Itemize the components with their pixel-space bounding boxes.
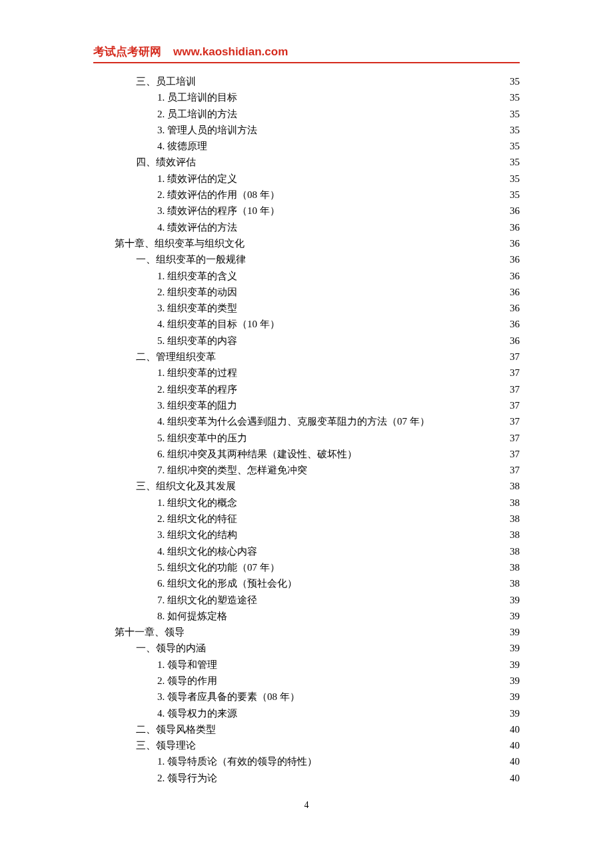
toc-row: 1. 领导和管理39 [93, 657, 520, 673]
toc-dots [185, 625, 508, 635]
toc-entry-title: 二、领导风格类型 [136, 721, 216, 737]
toc-row: 4. 组织变革为什么会遇到阻力、克服变革阻力的方法（07 年）37 [93, 413, 520, 429]
toc-dots [237, 366, 508, 376]
toc-entry-page: 40 [508, 770, 520, 786]
toc-dots [217, 771, 508, 781]
toc-row: 5. 组织文化的功能（07 年）38 [93, 559, 520, 575]
toc-entry-page: 37 [508, 397, 520, 413]
toc-entry-page: 36 [508, 284, 520, 300]
toc-entry-title: 1. 组织变革的含义 [157, 268, 237, 284]
toc-entry-page: 35 [508, 138, 520, 154]
toc-dots [237, 512, 508, 522]
toc-entry-title: 四、绩效评估 [136, 154, 196, 170]
toc-entry-title: 8. 如何提炼定格 [157, 608, 227, 624]
toc-entry-title: 第十章、组织变革与组织文化 [115, 235, 245, 251]
toc-entry-title: 第十一章、领导 [115, 624, 185, 640]
toc-dots [237, 707, 508, 717]
toc-row: 1. 员工培训的目标35 [93, 89, 520, 105]
toc-entry-page: 36 [508, 300, 520, 316]
toc-entry-page: 37 [508, 349, 520, 365]
toc-entry-title: 2. 员工培训的方法 [157, 106, 237, 122]
toc-row: 7. 组织文化的塑造途径39 [93, 592, 520, 608]
toc-dots [196, 739, 508, 749]
toc-row: 2. 绩效评估的作用（08 年）35 [93, 187, 520, 203]
toc-row: 2. 领导的作用39 [93, 673, 520, 689]
toc-row: 三、组织文化及其发展38 [93, 478, 520, 494]
toc-dots [217, 674, 508, 684]
toc-entry-page: 38 [508, 495, 520, 511]
toc-row: 3. 组织变革的类型36 [93, 300, 520, 316]
toc-dots [280, 188, 508, 198]
toc-entry-page: 39 [508, 640, 520, 656]
toc-row: 一、组织变革的一般规律36 [93, 251, 520, 267]
toc-row: 3. 管理人员的培训方法35 [93, 122, 520, 138]
toc-entry-title: 三、员工培训 [136, 73, 196, 89]
toc-dots [257, 123, 508, 133]
toc-entry-page: 38 [508, 543, 520, 559]
toc-entry-title: 2. 组织文化的特征 [157, 511, 237, 527]
toc-entry-page: 38 [508, 575, 520, 591]
toc-row: 5. 组织变革中的压力37 [93, 430, 520, 446]
toc-row: 6. 组织文化的形成（预社会化）38 [93, 575, 520, 591]
toc-entry-page: 35 [508, 154, 520, 170]
toc-row: 2. 组织变革的动因36 [93, 284, 520, 300]
toc-dots [237, 528, 508, 538]
toc-dots [217, 658, 508, 668]
toc-entry-page: 35 [508, 89, 520, 105]
toc-dots [237, 107, 508, 117]
toc-dots [227, 609, 508, 619]
toc-dots [237, 399, 508, 409]
toc-row: 第十一章、领导39 [93, 624, 520, 640]
toc-entry-page: 39 [508, 624, 520, 640]
toc-dots [196, 155, 508, 165]
toc-entry-title: 3. 组织变革的阻力 [157, 397, 237, 413]
toc-dots [216, 350, 508, 360]
toc-entry-title: 5. 组织文化的功能（07 年） [157, 559, 280, 575]
toc-entry-page: 37 [508, 413, 520, 429]
toc-row: 一、领导的内涵39 [93, 640, 520, 656]
toc-row: 8. 如何提炼定格39 [93, 608, 520, 624]
toc-entry-title: 1. 领导特质论（有效的领导的特性） [157, 753, 317, 769]
toc-entry-title: 3. 绩效评估的程序（10 年） [157, 203, 280, 219]
toc-entry-page: 37 [508, 365, 520, 381]
toc-entry-title: 5. 组织变革中的压力 [157, 430, 247, 446]
toc-entry-page: 39 [508, 657, 520, 673]
toc-entry-page: 39 [508, 705, 520, 721]
toc-row: 6. 组织冲突及其两种结果（建设性、破坏性）37 [93, 446, 520, 462]
toc-entry-page: 39 [508, 592, 520, 608]
toc-row: 第十章、组织变革与组织文化36 [93, 235, 520, 251]
toc-dots [216, 723, 508, 733]
site-name: 考试点考研网 [93, 44, 161, 59]
toc-row: 3. 领导者应具备的要素（08 年）39 [93, 689, 520, 705]
toc-entry-page: 35 [508, 106, 520, 122]
toc-entry-title: 4. 组织变革的目标（10 年） [157, 316, 280, 332]
toc-entry-title: 4. 彼德原理 [157, 138, 207, 154]
toc-dots [247, 431, 508, 441]
toc-entry-title: 1. 组织变革的过程 [157, 365, 237, 381]
toc-entry-page: 38 [508, 527, 520, 543]
table-of-contents: 三、员工培训351. 员工培训的目标352. 员工培训的方法353. 管理人员的… [93, 73, 520, 786]
toc-entry-page: 38 [508, 511, 520, 527]
toc-row: 二、管理组织变革37 [93, 349, 520, 365]
toc-entry-title: 4. 组织变革为什么会遇到阻力、克服变革阻力的方法（07 年） [157, 413, 430, 429]
toc-dots [236, 479, 508, 489]
toc-entry-title: 6. 组织冲突及其两种结果（建设性、破坏性） [157, 446, 357, 462]
toc-dots [280, 561, 508, 571]
toc-row: 2. 组织变革的程序37 [93, 381, 520, 397]
toc-row: 三、领导理论40 [93, 737, 520, 753]
toc-row: 3. 绩效评估的程序（10 年）36 [93, 203, 520, 219]
toc-entry-title: 5. 组织变革的内容 [157, 333, 237, 349]
toc-entry-page: 36 [508, 235, 520, 251]
toc-dots [237, 172, 508, 182]
toc-dots [317, 755, 508, 765]
page-number: 4 [0, 800, 613, 811]
page-header: 考试点考研网 www.kaoshidian.com [93, 44, 520, 63]
toc-entry-page: 40 [508, 753, 520, 769]
toc-entry-page: 40 [508, 721, 520, 737]
toc-entry-page: 36 [508, 316, 520, 332]
toc-row: 4. 领导权力的来源39 [93, 705, 520, 721]
toc-entry-page: 38 [508, 478, 520, 494]
toc-dots [357, 447, 508, 457]
toc-row: 1. 组织文化的概念38 [93, 495, 520, 511]
toc-row: 4. 绩效评估的方法36 [93, 219, 520, 235]
